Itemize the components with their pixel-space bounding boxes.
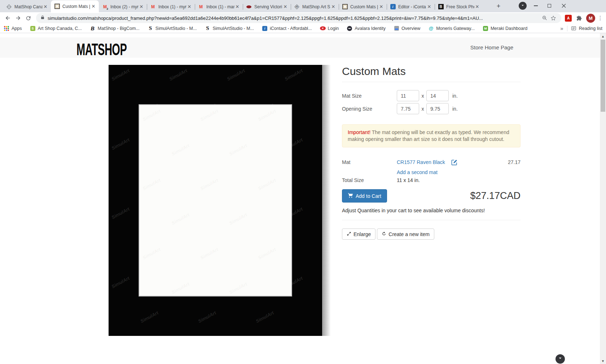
scrollbar-thumb[interactable]: [601, 40, 605, 112]
mat-preview-image: SimulArtSimulArtSimulArtSimulArtSimulArt…: [109, 65, 322, 336]
tab-close-icon[interactable]: ✕: [91, 4, 96, 9]
add-second-mat-link[interactable]: Add a second mat: [397, 169, 438, 176]
mat-color-link[interactable]: CR1577 Raven Black: [397, 159, 445, 166]
tab-title: MatShop Art S: [302, 4, 330, 9]
bookmark-overview[interactable]: Overview: [394, 26, 420, 31]
refresh-icon: [382, 231, 386, 237]
tab-free-stock-pho[interactable]: BFree Stock Pho✕: [435, 1, 483, 12]
bookmarks-overflow-icon[interactable]: »: [560, 25, 563, 31]
bookmark-favicon: ✕: [320, 26, 326, 31]
store-home-link[interactable]: Store Home Page: [470, 44, 513, 50]
bookmark-icontact-affordabl[interactable]: iiContact - Affordabl...: [262, 26, 312, 31]
tab-inbox-1-myr[interactable]: MInbox (1) - myr✕: [147, 1, 195, 12]
bookmark-simulartstudio-m[interactable]: SSimulArtStudio - M...: [148, 26, 197, 31]
bookmark-matshop-bigcom[interactable]: BMatShop - BigCom...: [90, 26, 140, 31]
tab-favicon: [246, 4, 252, 10]
tab-matshop-art-s[interactable]: MMatShop Art S✕: [291, 1, 339, 12]
apps-grid-icon: [4, 26, 9, 31]
opening-width-input[interactable]: [397, 103, 419, 114]
bookmark-avalara-identity[interactable]: Avalara Identity: [347, 26, 386, 31]
enlarge-button[interactable]: Enlarge: [342, 228, 376, 240]
watermark-text: SimulArt: [257, 247, 277, 261]
page-scrollbar[interactable]: ▲ ▼: [600, 33, 606, 364]
reload-button[interactable]: [23, 13, 33, 23]
new-tab-button[interactable]: +: [494, 2, 503, 10]
bookmark-login[interactable]: ✕Login: [320, 26, 339, 31]
tab-close-icon[interactable]: ✕: [282, 4, 288, 10]
bookmark-simulartstudio-m[interactable]: SSimulArtStudio - M...: [205, 26, 254, 31]
tab-close-icon[interactable]: ✕: [43, 4, 48, 10]
mat-price: 27.17: [508, 159, 521, 166]
window-close-button[interactable]: [557, 0, 571, 12]
mat-label: Mat: [342, 159, 397, 166]
tab-close-icon[interactable]: ✕: [474, 4, 480, 10]
opening-height-input[interactable]: [426, 103, 449, 114]
bookmark-favicon: [347, 26, 352, 31]
pdf-extension-icon[interactable]: A: [565, 15, 572, 22]
total-size-value: 11 x 14 in.: [397, 177, 420, 184]
bookmark-moneris-gateway[interactable]: @Moneris Gateway...: [428, 26, 475, 31]
warning-important: Important!: [348, 129, 370, 135]
tab-serving-victori[interactable]: Serving Victori✕: [243, 1, 291, 12]
mat-height-input[interactable]: [426, 90, 449, 101]
tab-close-icon[interactable]: ✕: [330, 4, 336, 10]
scroll-down-fab[interactable]: [556, 354, 565, 364]
scroll-down-icon[interactable]: ▼: [600, 358, 606, 364]
bookmark-favicon: [394, 26, 399, 31]
bookmark-meraki-dashboard[interactable]: MMeraki Dashboard: [483, 26, 527, 31]
zoom-page-icon[interactable]: [540, 14, 549, 22]
tab-close-icon[interactable]: ✕: [139, 4, 144, 10]
tab-search-button[interactable]: [519, 2, 527, 10]
tab-favicon: M2: [102, 4, 108, 10]
site-header: MATSHOP Store Home Page: [0, 37, 600, 58]
tab-close-icon[interactable]: ✕: [234, 4, 240, 10]
tab-custom-mats[interactable]: Custom Mats |✕: [51, 0, 99, 12]
watermark-text: SimulArt: [257, 108, 277, 122]
tab-editor-iconta[interactable]: iEditor - iConta✕: [387, 1, 435, 12]
enlarge-label: Enlarge: [354, 231, 371, 237]
watermark-text: SimulArt: [228, 212, 248, 226]
tab-close-icon[interactable]: ✕: [426, 4, 432, 10]
watermark-text: SimulArt: [255, 310, 275, 324]
watermark-text: SimulArt: [199, 177, 219, 191]
bookmark-star-icon[interactable]: [549, 14, 558, 22]
create-new-item-button[interactable]: Create a new item: [377, 228, 434, 240]
mat-width-input[interactable]: [397, 90, 419, 101]
profile-avatar[interactable]: M: [586, 14, 595, 23]
watermark-text: SimulArt: [284, 68, 304, 82]
bookmark-label: Login: [328, 26, 339, 31]
address-bar[interactable]: simulartstudio.com/matshopca/product_fra…: [36, 13, 561, 23]
tab-inbox-2-myr[interactable]: M2Inbox (2) - myr✕: [99, 1, 147, 12]
tab-title: Custom Mats |: [62, 4, 91, 9]
extensions-puzzle-icon[interactable]: [574, 13, 584, 23]
back-button[interactable]: [3, 13, 13, 23]
bookmark-label: SimulArtStudio - M...: [212, 26, 254, 31]
watermark-text: SimulArt: [140, 310, 159, 324]
tab-close-icon[interactable]: ✕: [186, 4, 192, 10]
edit-mat-icon[interactable]: [451, 159, 458, 168]
bookmark-art-shop-canada-c[interactable]: SArt Shop Canada, C...: [30, 26, 82, 31]
watermark-text: SimulArt: [228, 281, 248, 295]
add-to-cart-button[interactable]: Add to Cart: [342, 189, 387, 203]
tab-favicon: i: [390, 4, 396, 10]
matshop-logo[interactable]: MATSHOP: [76, 39, 127, 59]
scroll-up-icon[interactable]: ▲: [600, 33, 606, 39]
tab-custom-mats[interactable]: Custom Mats |✕: [339, 1, 387, 12]
watermark-text: SimulArt: [142, 177, 162, 191]
apps-shortcut[interactable]: Apps: [4, 26, 22, 31]
mat-size-row: Mat Size x in.: [342, 90, 521, 101]
browser-menu-icon[interactable]: ⋮: [597, 15, 603, 21]
chevron-down-icon: [521, 3, 525, 9]
divider: [567, 26, 567, 31]
window-minimize-button[interactable]: [528, 0, 543, 12]
bookmark-label: MatShop - BigCom...: [98, 26, 140, 31]
reading-list-button[interactable]: Reading list: [571, 26, 602, 31]
bookmark-label: Avalara Identity: [355, 26, 386, 31]
forward-button[interactable]: [13, 13, 23, 23]
url-text[interactable]: simulartstudio.com/matshopca/product_fra…: [48, 15, 540, 21]
tab-close-icon[interactable]: ✕: [378, 4, 384, 10]
window-maximize-button[interactable]: [542, 0, 557, 12]
tab-matshop-canad[interactable]: MatShop Canad✕: [3, 1, 51, 12]
tab-inbox-1-mar[interactable]: MInbox (1) - mar✕: [195, 1, 243, 12]
watermark-text: SimulArt: [197, 310, 217, 324]
